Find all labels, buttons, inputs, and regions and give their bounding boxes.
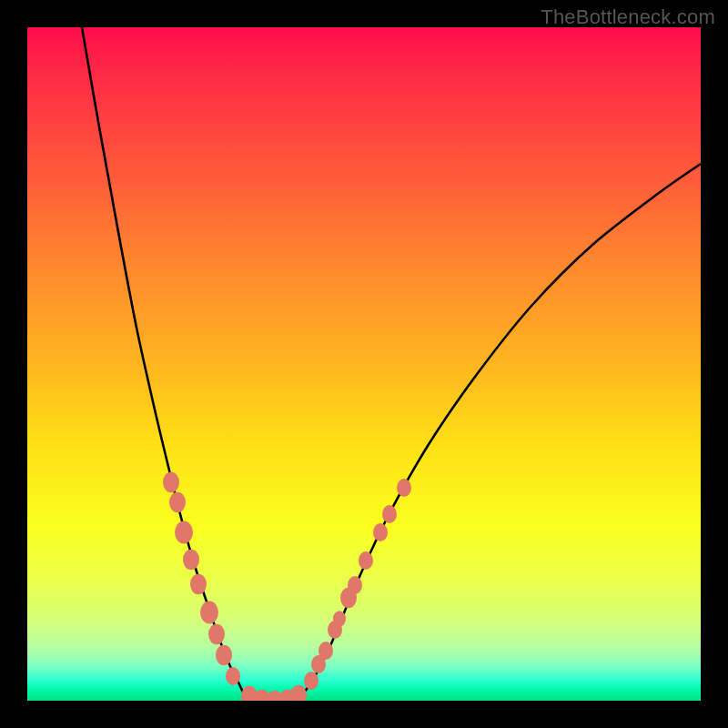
data-marker [163,472,179,493]
data-marker [200,602,218,624]
data-marker [348,576,362,594]
data-marker [208,624,225,645]
data-marker [304,672,318,690]
plot-area [27,27,701,701]
data-marker [373,523,388,541]
curve-layer [27,27,701,701]
data-marker [226,667,240,685]
data-marker [290,685,307,701]
watermark-text: TheBottleneck.com [541,5,715,29]
data-marker [183,550,199,571]
data-marker [382,505,397,523]
data-marker [397,479,411,497]
data-marker [333,611,346,627]
chart-frame: TheBottleneck.com [0,0,728,728]
data-markers [163,472,411,701]
bottleneck-curve [82,27,701,701]
data-marker [175,521,193,544]
data-marker [216,645,232,666]
data-marker [190,574,207,595]
data-marker [318,642,333,660]
data-marker [359,551,373,570]
data-marker [169,492,186,513]
